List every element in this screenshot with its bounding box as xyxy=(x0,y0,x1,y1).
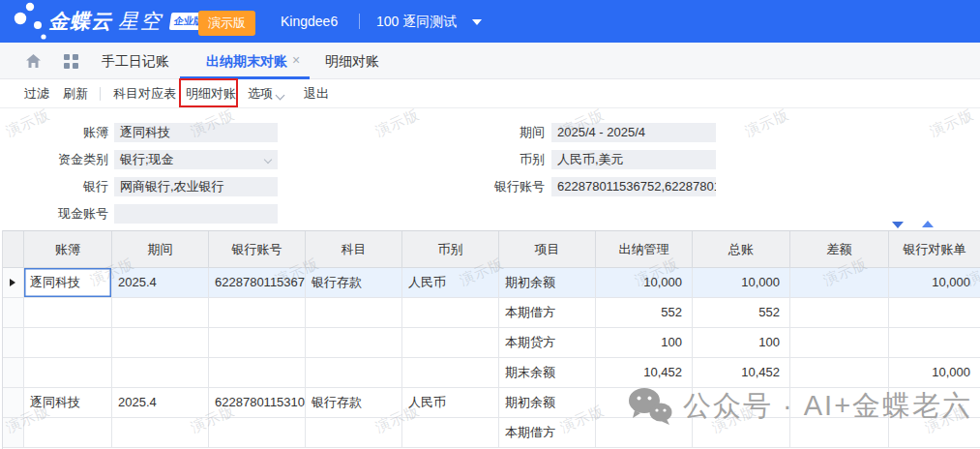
grid-cell[interactable] xyxy=(112,358,209,388)
toolbar-button-6[interactable]: 退出 xyxy=(304,79,329,108)
form-input-left-4[interactable] xyxy=(114,204,278,224)
column-header-6[interactable]: 项目 xyxy=(499,231,596,268)
grid-cell[interactable] xyxy=(693,418,790,448)
column-header-9[interactable]: 差额 xyxy=(790,231,889,268)
grid-cell[interactable]: 本期借方 xyxy=(499,298,596,328)
column-header-10[interactable]: 银行对账单 xyxy=(889,231,980,268)
grid-cell[interactable] xyxy=(112,328,209,358)
grid-cell[interactable]: 552 xyxy=(596,298,693,328)
org-selector[interactable]: 100 逐同测试 xyxy=(376,14,457,31)
tab-1[interactable]: 手工日记账 xyxy=(102,43,169,79)
grid-cell[interactable] xyxy=(24,418,112,448)
grid-cell[interactable] xyxy=(402,418,499,448)
apps-grid-icon[interactable] xyxy=(64,54,78,69)
grid-cell[interactable] xyxy=(24,358,112,388)
grid-cell[interactable]: 逐同科技 xyxy=(24,388,112,418)
grid-cell[interactable] xyxy=(790,328,889,358)
row-selector[interactable] xyxy=(3,418,24,448)
grid-cell[interactable] xyxy=(209,328,306,358)
toolbar-button-4[interactable]: 明细对账 xyxy=(186,79,236,108)
grid-cell[interactable] xyxy=(402,358,499,388)
grid-cell[interactable] xyxy=(112,418,209,448)
form-input-left-1[interactable]: 逐同科技 xyxy=(114,123,278,142)
row-selector[interactable] xyxy=(3,268,24,298)
user-name[interactable]: Kingdee6 xyxy=(281,14,338,29)
grid-cell[interactable] xyxy=(209,418,306,448)
grid-cell[interactable]: 10,000 xyxy=(693,268,790,298)
column-header-3[interactable]: 银行账号 xyxy=(209,231,306,268)
grid-cell[interactable]: 2025.4 xyxy=(112,388,209,418)
toolbar-button-2[interactable]: 刷新 xyxy=(63,79,88,108)
form-input-right-1[interactable]: 2025/4 - 2025/4 xyxy=(551,123,716,142)
form-input-left-2[interactable]: 银行;现金 xyxy=(114,150,278,169)
column-header-8[interactable]: 总账 xyxy=(693,231,790,268)
grid-cell[interactable] xyxy=(596,418,693,448)
grid-cell[interactable]: 10,452 xyxy=(596,358,693,388)
grid-cell[interactable] xyxy=(402,298,499,328)
grid-cell[interactable]: 本期贷方 xyxy=(499,328,596,358)
grid-cell[interactable] xyxy=(306,298,402,328)
scroll-down-triangle-icon[interactable] xyxy=(892,222,904,228)
grid-cell[interactable]: 2025.4 xyxy=(112,268,209,298)
grid-cell[interactable]: 62287801153675 xyxy=(209,268,306,298)
tab-3[interactable]: 明细对账 xyxy=(325,43,379,79)
grid-cell[interactable]: 10,000 xyxy=(889,358,980,388)
grid-cell[interactable] xyxy=(209,358,306,388)
grid-cell[interactable] xyxy=(790,298,889,328)
grid-cell[interactable]: 银行存款 xyxy=(306,388,402,418)
column-header-4[interactable]: 科目 xyxy=(306,231,402,268)
grid-cell[interactable]: 逐同科技 xyxy=(24,268,112,298)
toolbar-button-3[interactable]: 科目对应表 xyxy=(113,79,176,108)
home-icon[interactable] xyxy=(25,53,42,69)
column-header-2[interactable]: 期间 xyxy=(112,231,209,268)
grid-cell[interactable] xyxy=(790,358,889,388)
grid-cell[interactable] xyxy=(402,328,499,358)
grid-cell[interactable] xyxy=(790,268,889,298)
grid-cell[interactable] xyxy=(306,418,402,448)
grid-cell[interactable]: 期末余额 xyxy=(499,358,596,388)
org-dropdown-caret-icon[interactable] xyxy=(472,19,482,25)
grid-cell[interactable]: 期初余额 xyxy=(499,268,596,298)
grid-cell[interactable]: 期初余额 xyxy=(499,388,596,418)
column-header-5[interactable]: 币别 xyxy=(402,231,499,268)
grid-cell[interactable]: 本期借方 xyxy=(499,418,596,448)
grid-cell[interactable]: 人民币 xyxy=(402,388,499,418)
form-input-right-3[interactable]: 622878011536752,62287801 xyxy=(551,177,716,196)
grid-cell[interactable]: 62287801153100 xyxy=(209,388,306,418)
grid-cell[interactable] xyxy=(693,388,790,418)
grid-cell[interactable] xyxy=(209,298,306,328)
grid-cell[interactable] xyxy=(889,328,980,358)
scroll-up-triangle-icon[interactable] xyxy=(922,221,934,227)
grid-cell[interactable]: 10,000 xyxy=(596,268,693,298)
grid-cell[interactable] xyxy=(790,388,889,418)
grid-cell[interactable]: 10,000 xyxy=(889,268,980,298)
tab-close-icon[interactable]: × xyxy=(292,43,300,79)
input-dropdown-chevron-icon[interactable] xyxy=(264,156,272,164)
column-header-7[interactable]: 出纳管理 xyxy=(596,231,693,268)
row-selector[interactable] xyxy=(3,298,24,328)
grid-cell[interactable]: 10,452 xyxy=(693,358,790,388)
tab-2[interactable]: 出纳期末对账 xyxy=(206,43,287,79)
grid-cell[interactable] xyxy=(889,388,980,418)
grid-cell[interactable] xyxy=(306,328,402,358)
form-input-left-3[interactable]: 网商银行,农业银行 xyxy=(114,177,278,196)
toolbar-button-5[interactable]: 选项 xyxy=(248,79,273,108)
grid-cell[interactable]: 100 xyxy=(596,328,693,358)
grid-cell[interactable] xyxy=(306,358,402,388)
grid-cell[interactable]: 552 xyxy=(693,298,790,328)
grid-cell[interactable] xyxy=(790,418,889,448)
grid-cell[interactable] xyxy=(596,388,693,418)
grid-cell[interactable] xyxy=(112,298,209,328)
row-selector[interactable] xyxy=(3,328,24,358)
toolbar-button-1[interactable]: 过滤 xyxy=(24,79,49,108)
row-selector[interactable] xyxy=(3,358,24,388)
grid-cell[interactable]: 人民币 xyxy=(402,268,499,298)
column-header-1[interactable]: 账簿 xyxy=(24,231,112,268)
grid-cell[interactable]: 100 xyxy=(693,328,790,358)
grid-cell[interactable] xyxy=(889,418,980,448)
form-input-right-2[interactable]: 人民币,美元 xyxy=(551,150,716,169)
grid-cell[interactable] xyxy=(889,298,980,328)
grid-cell[interactable] xyxy=(24,328,112,358)
grid-cell[interactable] xyxy=(24,298,112,328)
row-selector[interactable] xyxy=(3,388,24,418)
